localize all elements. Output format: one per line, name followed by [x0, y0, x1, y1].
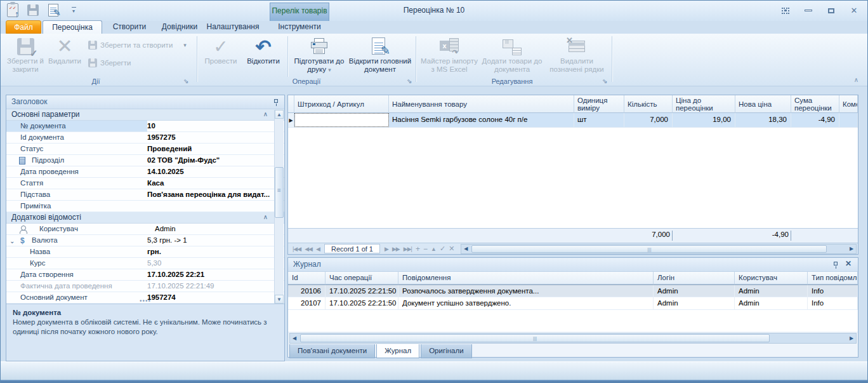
nav-append-icon[interactable]: + [416, 245, 419, 253]
excel-import-wizard-button[interactable]: x↷ Майстер імпорту з MS Excel [419, 36, 479, 76]
nav-prev-icon[interactable]: ◀ [316, 246, 320, 252]
nav-delete-icon[interactable]: − [423, 245, 427, 253]
document-pencil-icon: ✎ [348, 36, 412, 57]
delete-marked-rows-button[interactable]: ✕ Видалити позначені рядки [545, 36, 608, 76]
journal-hscrollbar[interactable]: ◀ ||| ▶ [289, 333, 857, 344]
property-row[interactable]: Дата проведення 14.10.2025 [6, 166, 284, 178]
chevron-up-icon[interactable]: ∧ [263, 111, 268, 118]
property-row[interactable]: ⌄ $ Валюта 5,3 грн. -> 1 [6, 235, 284, 246]
sidebar-scrollbar[interactable]: ▲ ▼ [274, 110, 284, 304]
fullscreen-icon[interactable] [779, 6, 792, 15]
column-header-new-price[interactable]: Нова ціна [735, 95, 791, 113]
journal-row[interactable]: 20106 17.10.2025 22:21:50 Розпочалось за… [288, 285, 858, 297]
column-header-id[interactable]: Id [288, 272, 326, 285]
operations-dialog-launcher-icon[interactable]: ⇘ [407, 77, 412, 84]
property-row[interactable]: Фактична дата проведення 17.10.2025 22:2… [6, 281, 284, 292]
post-button[interactable]: ✓ Провести [201, 36, 240, 76]
save-and-create-button[interactable]: Зберегти та створити ▾ [88, 39, 187, 51]
scroll-left-icon[interactable]: ◀ [461, 246, 470, 252]
journal-row[interactable]: 20107 17.10.2025 22:21:50 Документ успіш… [288, 297, 858, 310]
tab-file[interactable]: Файл [6, 20, 41, 34]
scroll-left-icon[interactable]: ◀ [290, 335, 299, 341]
column-header-sum[interactable]: Сума переоцінки [791, 95, 839, 113]
tab-pereotsinka[interactable]: Переоцінка [43, 20, 102, 34]
cell-sum[interactable]: -4,90 [791, 113, 839, 127]
nav-cancel-icon[interactable]: ✕ [449, 245, 454, 253]
goods-grid-hscrollbar[interactable]: ◀ ||| ▶ [461, 244, 857, 254]
prepare-print-button[interactable]: Підготувати до друку ▾ [291, 36, 347, 76]
close-panel-icon[interactable]: ✕ [845, 260, 852, 267]
nav-next-page-icon[interactable]: ▶▶ [392, 246, 400, 252]
tab-originals[interactable]: Оригінали [421, 344, 471, 358]
cell-old-price[interactable]: 19,00 [673, 113, 735, 127]
nav-next-icon[interactable]: ▶ [385, 246, 388, 252]
tab-settings[interactable]: Налаштування [206, 20, 260, 34]
property-row[interactable]: Статус Проведений [6, 144, 284, 155]
pin-icon[interactable] [273, 98, 279, 106]
save-and-close-button[interactable]: ✓ Зберегти й закрити [4, 36, 46, 76]
property-row[interactable]: Дата створення 17.10.2025 22:21 [6, 269, 284, 281]
column-header-message[interactable]: Повідомлення [398, 272, 654, 285]
property-row[interactable]: Підстава Пов'язана переоцінка для видат.… [6, 189, 284, 201]
close-icon[interactable]: ✕ [847, 6, 861, 15]
open-main-document-button[interactable]: ✎ Відкрити головний документ [348, 36, 412, 76]
delete-button[interactable]: ✕ Видалити [46, 36, 83, 76]
property-row[interactable]: Примітка [6, 201, 284, 212]
scrollbar-thumb[interactable]: ||| [300, 334, 770, 342]
column-header-name[interactable]: Найменування товару [389, 95, 574, 113]
tab-related-documents[interactable]: Пов'язані документи [289, 344, 375, 358]
column-header-qty[interactable]: Кількість [624, 95, 673, 113]
column-header-login[interactable]: Логін [654, 272, 735, 285]
nav-first-icon[interactable]: |◀◀ [293, 246, 301, 252]
tab-create[interactable]: Створити [106, 20, 153, 34]
collapse-ribbon-icon[interactable]: ∧ [854, 76, 858, 83]
save-button[interactable]: Зберегти [88, 57, 131, 69]
column-header-type[interactable]: Тип повідомлення [808, 272, 858, 285]
pin-icon[interactable] [832, 261, 839, 269]
property-row[interactable]: Стаття Каса [6, 178, 284, 189]
column-header-time[interactable]: Час операції [326, 272, 398, 285]
tab-journal[interactable]: Журнал [376, 344, 419, 358]
scrollbar-thumb[interactable] [275, 167, 284, 218]
property-row[interactable]: Підрозділ 02 ТОВ "Дрім-Фудс" [6, 155, 284, 166]
actions-dialog-launcher-icon[interactable]: ⇘ [183, 77, 188, 84]
goods-grid-row[interactable]: ▶ Насіння Semki гарбузове солоне 40г п/е… [288, 113, 858, 128]
tab-tools[interactable]: Інструменти [270, 20, 329, 34]
tab-directories[interactable]: Довідники [157, 20, 202, 34]
nav-prev-page-icon[interactable]: ◀◀ [305, 246, 312, 252]
save-create-dropdown-icon[interactable]: ▾ [183, 42, 187, 48]
maximize-icon[interactable] [824, 6, 838, 15]
column-header-barcode[interactable]: Штрихкод / Артикул [294, 95, 389, 113]
scroll-right-icon[interactable]: ▶ [847, 335, 856, 341]
scroll-up-icon[interactable]: ▲ [275, 110, 284, 119]
add-goods-button[interactable]: Додати товари до документа [482, 36, 542, 76]
cell-unit[interactable]: шт [574, 113, 624, 127]
column-header-unit[interactable]: Одиниця виміру [574, 95, 624, 113]
cell-barcode[interactable] [294, 113, 389, 127]
chevron-up-icon[interactable]: ∧ [263, 213, 268, 220]
minimize-icon[interactable] [801, 6, 815, 15]
property-row[interactable]: Назва грн. [6, 246, 284, 258]
cell-name[interactable]: Насіння Semki гарбузове солоне 40г п/е [389, 113, 574, 127]
cell-qty[interactable]: 7,000 [624, 113, 673, 127]
section-additional-info[interactable]: Додаткові відомості ∧ [6, 212, 284, 224]
cell-comment[interactable] [839, 113, 858, 127]
column-header-comment[interactable]: Коментар [839, 95, 858, 113]
property-row[interactable]: Курс 5,30 [6, 258, 284, 269]
nav-last-icon[interactable]: ▶▶| [404, 246, 412, 252]
column-header-user[interactable]: Користувач [735, 272, 808, 285]
property-row[interactable]: Id документа 1957275 [6, 132, 284, 144]
editing-dialog-launcher-icon[interactable]: ⇘ [602, 77, 607, 84]
column-header-old-price[interactable]: Ціна до переоцінки [673, 95, 735, 113]
scroll-right-icon[interactable]: ▶ [847, 246, 856, 252]
section-main-params[interactable]: Основні параметри ∧ [6, 109, 284, 121]
property-row[interactable]: Користувач Admin [6, 224, 284, 235]
scrollbar-thumb[interactable]: ||| [471, 245, 827, 253]
cell-new-price[interactable]: 18,30 [735, 113, 791, 127]
nav-edit-icon[interactable]: ▲ [431, 246, 436, 252]
prepare-print-dropdown-icon[interactable]: ▾ [328, 67, 331, 73]
property-row[interactable]: № документа 10 [6, 121, 284, 132]
nav-endedit-icon[interactable]: ✓ [440, 245, 445, 253]
rollback-button[interactable]: ↶ Відкотити [243, 36, 284, 76]
save-close-label: Зберегти й закрити [4, 57, 46, 74]
